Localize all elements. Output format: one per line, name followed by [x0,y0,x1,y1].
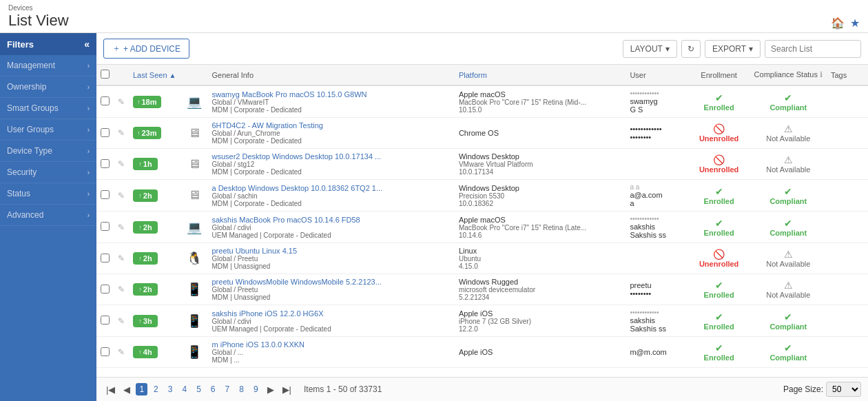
sidebar-item-smart-groups[interactable]: Smart Groups › [0,98,96,119]
user-email: •••••••••••• [630,309,683,316]
row-checkbox[interactable] [101,347,110,356]
col-select-all[interactable] [96,65,114,85]
user-display-name: Sakshis ss [630,231,683,239]
edit-icon[interactable]: ✎ [118,254,125,263]
compliance-cell: ✔ Compliant [750,212,827,243]
row-checkbox-cell[interactable] [96,118,114,149]
time-arrow-icon: ↑ [138,192,142,199]
page-2-button[interactable]: 2 [150,383,162,395]
enrolled-check-icon: ✔ [715,342,723,353]
col-user[interactable]: User [626,65,688,85]
table-row: ✎ ↑23m 🖥 6HTD4C2 - AW Migration Testing … [96,118,868,149]
page-9-button[interactable]: 9 [250,383,262,395]
sidebar-item-advanced[interactable]: Advanced › [0,205,96,226]
row-checkbox-cell[interactable] [96,212,114,243]
device-name-link[interactable]: sakshis MacBook Pro macOS 10.14.6 FD58 [212,216,360,224]
page-8-button[interactable]: 8 [236,383,247,395]
edit-icon[interactable]: ✎ [118,223,125,232]
page-3-button[interactable]: 3 [165,383,176,395]
row-checkbox-cell[interactable] [96,85,114,118]
sidebar-item-status[interactable]: Status › [0,183,96,205]
sidebar-item-device-type[interactable]: Device Type › [0,141,96,162]
col-general-info[interactable]: General Info [208,65,455,85]
row-checkbox-cell[interactable] [96,243,114,274]
sidebar-item-security[interactable]: Security › [0,162,96,183]
device-name-link[interactable]: wsuser2 Desktop Windows Desktop 10.0.171… [212,152,382,161]
sidebar-item-ownership[interactable]: Ownership › [0,76,96,98]
add-device-button[interactable]: ＋ + ADD DEVICE [103,39,189,59]
compliance-status: Not Available [754,165,823,174]
home-icon[interactable]: 🏠 [831,17,845,30]
page-size-select[interactable]: 50 25 100 [826,382,861,397]
sidebar-collapse-icon[interactable]: « [84,39,90,50]
row-edit-cell: ✎ [114,118,129,149]
layout-button[interactable]: LAYOUT ▾ [623,40,677,58]
sidebar-item-management[interactable]: Management › [0,55,96,76]
row-checkbox[interactable] [101,190,110,199]
edit-icon[interactable]: ✎ [118,191,125,200]
row-checkbox-cell[interactable] [96,337,114,368]
next-page-button[interactable]: ▶ [265,383,277,396]
user-display-name: Sakshis ss [630,325,683,333]
row-checkbox[interactable] [101,128,110,137]
col-last-seen[interactable]: Last Seen ▲ [129,65,180,85]
device-name-link[interactable]: 6HTD4C2 - AW Migration Testing [212,121,323,130]
edit-icon[interactable]: ✎ [118,97,125,107]
row-checkbox[interactable] [101,159,110,168]
device-table-container: Last Seen ▲ General Info Platform User E… [96,65,868,377]
row-checkbox[interactable] [101,316,110,325]
page-5-button[interactable]: 5 [193,383,205,395]
select-all-checkbox[interactable] [101,70,110,79]
col-enrollment[interactable]: Enrollment [688,65,750,85]
search-input[interactable] [765,40,861,58]
row-checkbox[interactable] [101,222,110,231]
col-platform[interactable]: Platform [455,65,626,85]
sidebar-item-user-groups[interactable]: User Groups › [0,119,96,141]
tags-cell [827,243,868,274]
chevron-right-icon: › [87,83,90,91]
edit-icon[interactable]: ✎ [118,285,125,294]
row-checkbox[interactable] [101,96,110,105]
user-cell: m@m.com [626,337,688,368]
chevron-right-icon: › [87,147,90,155]
export-button[interactable]: EXPORT ▾ [705,40,761,58]
device-name-link[interactable]: swamyg MacBook Pro macOS 10.15.0 G8WN [212,90,367,99]
edit-icon[interactable]: ✎ [118,347,125,357]
edit-icon[interactable]: ✎ [118,159,125,169]
last-seen-cell: ↑2h [129,212,180,243]
platform-name: Windows Rugged [459,278,621,286]
row-checkbox[interactable] [101,254,110,263]
device-name-link[interactable]: sakshis iPhone iOS 12.2.0 HG6X [212,309,324,318]
compliance-cell: ⚠ Not Available [750,274,827,305]
col-compliance[interactable]: Compliance Status ℹ [750,65,827,85]
star-icon[interactable]: ★ [850,17,860,30]
col-tags[interactable]: Tags [827,65,868,85]
device-type-icon: 📱 [185,311,204,331]
last-page-button[interactable]: ▶| [280,383,294,396]
refresh-button[interactable]: ↻ [681,40,701,58]
device-name-link[interactable]: preetu Ubuntu Linux 4.15 [212,247,298,255]
page-6-button[interactable]: 6 [207,383,219,395]
chevron-right-icon: › [87,169,90,176]
device-name-link[interactable]: a Desktop Windows Desktop 10.0.18362 6TQ… [212,184,383,192]
first-page-button[interactable]: |◀ [103,383,118,396]
edit-icon[interactable]: ✎ [118,128,125,138]
user-cell: •••••••••••• •••••••• [626,118,688,149]
device-mdm: MDM | Corporate - Dedicated [212,106,451,114]
device-name-link[interactable]: m iPhone iOS 13.0.0 KXKN [212,340,305,349]
row-checkbox-cell[interactable] [96,305,114,337]
chevron-right-icon: › [87,212,90,219]
device-name-link[interactable]: preetu WindowsMobile WindowsMobile 5.2.2… [212,278,382,286]
sidebar-header[interactable]: Filters « [0,33,96,55]
row-checkbox-cell[interactable] [96,180,114,212]
prev-page-button[interactable]: ◀ [121,383,133,396]
edit-icon[interactable]: ✎ [118,316,125,326]
row-checkbox-cell[interactable] [96,149,114,180]
row-checkbox-cell[interactable] [96,274,114,305]
last-seen-cell: ↑3h [129,305,180,337]
platform-cell: Apple macOS MacBook Pro "Core i7" 15" Re… [455,85,626,118]
page-7-button[interactable]: 7 [222,383,234,395]
page-1-button[interactable]: 1 [136,383,147,395]
row-checkbox[interactable] [101,285,110,294]
page-4-button[interactable]: 4 [178,383,190,395]
